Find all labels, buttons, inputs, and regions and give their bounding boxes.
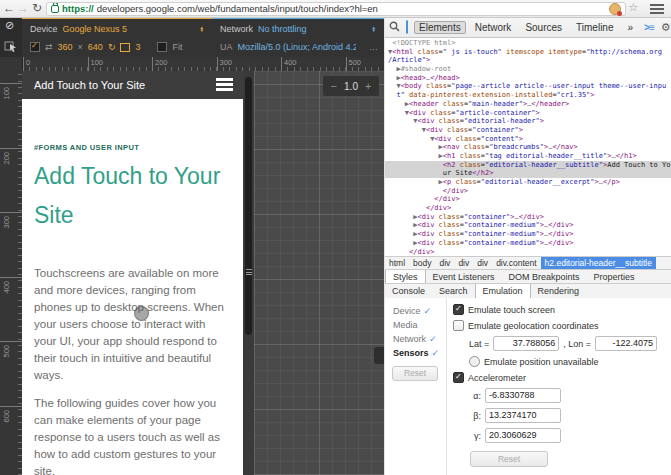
inspect-element-icon[interactable] (4, 38, 17, 56)
tab-emulation[interactable]: Emulation (475, 284, 531, 299)
latitude-input[interactable]: 37.788056 (493, 336, 559, 351)
tab-styles[interactable]: Styles (385, 270, 426, 284)
disable-overrides-icon[interactable]: ⊘ (5, 19, 14, 32)
tree-node[interactable]: ▶<header class="main-header">…</header> (385, 100, 671, 109)
h-ruler-number: 300 (217, 57, 233, 71)
viewport-width-value[interactable]: 360 (58, 42, 73, 52)
page-paragraph: Touchscreens are available on more and m… (34, 265, 229, 384)
gamma-label: γ: (469, 431, 481, 441)
longitude-input[interactable]: -122.4075 (595, 336, 657, 351)
alpha-input[interactable]: -6.8330788 (485, 388, 561, 403)
emulate-resolution-checkbox[interactable] (30, 42, 40, 52)
tab-network[interactable]: Network (470, 21, 517, 34)
page-title: Add Touch to Your Site (34, 157, 229, 235)
tab-event-listeners[interactable]: Event Listeners (426, 270, 502, 284)
h-ruler-number: 0 (23, 57, 30, 71)
tab-search[interactable]: Search (432, 284, 475, 299)
viewport-resize-grip[interactable] (246, 269, 252, 277)
tree-node[interactable]: t" data-pinterest-extension-installed="c… (385, 91, 671, 100)
emulation-sidebar-reset-button[interactable]: Reset (392, 366, 438, 381)
tree-node[interactable]: ur Site</h2> (385, 169, 671, 178)
network-throttling-select[interactable]: No throttling (258, 24, 307, 34)
tree-node[interactable]: ▼<div class="article-container"> (385, 109, 671, 118)
tree-node[interactable]: ▶<div class="container-medium">…</div> (385, 230, 671, 239)
tab-item[interactable]: » (622, 21, 638, 34)
tree-node[interactable]: /Article"> (385, 56, 671, 65)
bookmark-star-icon[interactable]: ☆ (628, 1, 638, 14)
swap-dimensions-icon[interactable]: ⇄ (45, 42, 53, 52)
h-ruler-number: 200 (152, 57, 168, 71)
ua-label: UA (220, 42, 233, 52)
device-select[interactable]: Google Nexus 5 (63, 24, 128, 34)
tree-node[interactable]: ▶<head>…</head> (385, 74, 671, 83)
tree-node[interactable]: ▶<div class="container">…</div> (385, 213, 671, 222)
v-ruler-number: 400 (0, 277, 22, 278)
emulation-category-network[interactable]: Network✓ (385, 332, 446, 346)
tree-node[interactable]: ▶<nav class="breadcrumbs">…</nav> (385, 143, 671, 152)
emulate-touch-checkbox[interactable] (453, 304, 464, 315)
tab-elements[interactable]: Elements (414, 21, 466, 34)
v-ruler-number: 200 (0, 148, 22, 149)
device-emulation-area: ⊘ Device Google Nexus 5 ▲▼ ⇄ 360 × 640 ↻… (0, 17, 384, 475)
tree-node[interactable]: ▶<h1 class="tag editorial-header__title"… (385, 152, 671, 161)
gamma-input[interactable]: 20.3060629 (485, 428, 561, 443)
reset-viewport-icon[interactable]: ↻ (108, 42, 116, 52)
devtools-toolbar: ElementsNetworkSourcesTimeline» >≡ ⚙ ✕ (385, 17, 671, 38)
device-mode-icon[interactable] (406, 20, 408, 34)
tree-node[interactable]: ▶<div class="container-medium">…</div> (385, 221, 671, 230)
tree-node[interactable]: ▼<div class="content"> (385, 135, 671, 144)
tree-node[interactable]: </div> (385, 195, 671, 204)
back-button[interactable]: ← (2, 0, 16, 17)
extension-icon[interactable] (609, 3, 621, 15)
drawer-drag-handle[interactable] (374, 347, 384, 364)
accelerometer-reset-button[interactable]: Reset (470, 451, 548, 467)
ua-overflow-ellipsis[interactable]: … (369, 42, 378, 52)
emulation-category-device[interactable]: Device✓ (385, 304, 446, 318)
address-bar[interactable]: https://developers.google.com/web/fundam… (46, 2, 626, 16)
tree-node[interactable]: ▼<body class="page--article article--use… (385, 82, 671, 91)
viewport-height-value[interactable]: 640 (88, 42, 103, 52)
beta-input[interactable]: 13.2374170 (485, 408, 561, 423)
viewport-resize-bar[interactable] (243, 71, 254, 475)
forward-button[interactable]: → (16, 0, 30, 17)
search-icon[interactable] (389, 18, 400, 36)
tree-node[interactable]: ▶<p class="editorial-header__excerpt">…<… (385, 178, 671, 187)
tree-node[interactable]: ▼<div class="container"> (385, 126, 671, 135)
devtools-panel-tabs: ElementsNetworkSourcesTimeline» (414, 21, 638, 34)
accelerometer-checkbox[interactable] (453, 372, 464, 383)
page-menu-icon[interactable] (216, 78, 233, 93)
settings-gear-icon[interactable]: ⚙ (661, 21, 671, 34)
position-unavailable-checkbox[interactable] (469, 356, 480, 367)
tree-node[interactable]: </div> (385, 248, 671, 257)
tree-node[interactable]: ▶#shadow-root (385, 65, 671, 74)
user-agent-value[interactable]: Mozilla/5.0 (Linux; Android 4.2.1; (238, 42, 356, 52)
elements-tree: <!DOCTYPE html>▼<html class=" js is-touc… (385, 37, 671, 258)
tab-timeline[interactable]: Timeline (571, 21, 618, 34)
emulation-category-media[interactable]: Media (385, 318, 446, 332)
emulation-category-sensors[interactable]: Sensors✓ (385, 346, 446, 360)
tab-properties[interactable]: Properties (587, 270, 642, 284)
tree-node[interactable]: </div> (385, 204, 671, 213)
reload-button[interactable]: ↻ (30, 0, 44, 17)
tree-node[interactable]: </div> (385, 187, 671, 196)
zoom-out-button[interactable]: − (331, 80, 337, 92)
tree-node[interactable]: ▶<div class="container-medium">…</div> (385, 239, 671, 248)
toggle-console-icon[interactable]: >≡ (644, 22, 654, 33)
emulate-geolocation-checkbox[interactable] (453, 320, 464, 331)
network-select-arrows[interactable]: ▲▼ (372, 26, 376, 33)
tree-node[interactable]: <h2 class="editorial-header__subtitle">A… (385, 161, 671, 170)
accelerometer-label: Accelerometer (468, 373, 526, 383)
device-pixel-ratio-value[interactable]: 3 (135, 42, 140, 52)
tab-dom-breakpoints[interactable]: DOM Breakpoints (502, 270, 587, 284)
tree-node[interactable]: ▼<div class="editorial-header"> (385, 117, 671, 126)
device-select-arrows[interactable]: ▲▼ (200, 26, 204, 33)
tab-rendering[interactable]: Rendering (531, 284, 587, 299)
zoom-in-button[interactable]: + (365, 80, 371, 92)
page-scrollbar-thumb[interactable] (245, 77, 252, 335)
tab-sources[interactable]: Sources (520, 21, 567, 34)
browser-menu-icon[interactable] (650, 4, 664, 14)
tree-node[interactable]: <!DOCTYPE html> (385, 39, 671, 48)
fit-checkbox[interactable] (157, 42, 167, 52)
tab-console[interactable]: Console (385, 284, 432, 299)
tree-node[interactable]: ▼<html class=" js is-touch" itemscope it… (385, 48, 671, 57)
